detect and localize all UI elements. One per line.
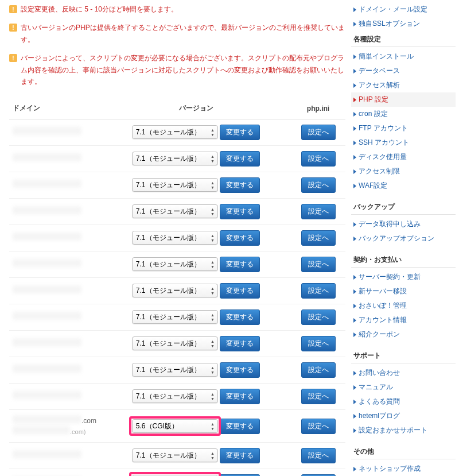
sidebar-item[interactable]: マニュアル [351,380,456,394]
phpini-settings-button[interactable]: 設定へ [301,336,336,351]
phpini-settings-button[interactable]: 設定へ [301,389,336,404]
domain-cell [9,172,101,199]
phpini-settings-button[interactable]: 設定へ [301,309,336,325]
sidebar-item[interactable]: バックアップオプション [351,231,456,246]
sidebar-item[interactable]: 設定おまかせサポート [351,423,456,438]
phpini-settings-button[interactable]: 設定へ [301,362,336,378]
change-version-button[interactable]: 変更する [220,309,260,325]
sidebar-link[interactable]: 設定おまかせサポート [359,425,427,435]
sidebar-link[interactable]: ドメイン・メール設定 [359,5,427,14]
change-version-button[interactable]: 変更する [220,125,260,140]
php-version-select[interactable]: 7.1（モジュール版） [132,257,218,271]
sidebar-link[interactable]: アクセス解析 [359,80,400,90]
phpini-settings-button[interactable]: 設定へ [301,283,336,299]
phpini-settings-button[interactable]: 設定へ [301,177,336,193]
sidebar-item[interactable]: 紹介クーポン [351,327,456,342]
phpini-settings-button[interactable]: 設定へ [301,257,336,272]
php-version-select[interactable]: 7.1（モジュール版） [132,204,218,218]
sidebar-item[interactable]: おさいぽ！管理 [351,299,456,313]
change-version-button[interactable]: 変更する [220,204,260,219]
sidebar-item[interactable]: データベース [351,64,456,78]
version-select-wrap: 7.1（モジュール版）▲▼ [132,125,218,139]
notice-list: !設定変更後、反映に 5 - 10分ほど時間を要します。!古いバージョンのPHP… [9,3,345,87]
php-version-select[interactable]: 7.1（モジュール版） [132,389,218,403]
sidebar-item[interactable]: データ取得申し込み [351,217,456,231]
sidebar-link[interactable]: PHP 設定 [359,95,388,105]
sidebar-link[interactable]: おさいぽ！管理 [359,301,407,311]
sidebar-item[interactable]: 独自SSLオプション [351,17,456,31]
sidebar-item[interactable]: FTP アカウント [351,121,456,136]
sidebar-link[interactable]: よくある質問 [359,397,400,407]
sidebar-item[interactable]: よくある質問 [351,394,456,409]
php-version-select[interactable]: 5.6（CGI版） [132,419,218,433]
change-version-button[interactable]: 変更する [220,177,260,193]
sidebar-link[interactable]: アクセス制限 [359,167,400,176]
sidebar-item[interactable]: PHP 設定 [351,92,456,107]
sidebar-item[interactable]: サーバー契約・更新 [351,270,456,284]
sidebar-item[interactable]: ドメイン・メール設定 [351,2,456,17]
sidebar-item[interactable]: ディスク使用量 [351,150,456,164]
sidebar-item[interactable]: お問い合わせ [351,366,456,380]
phpini-settings-button[interactable]: 設定へ [301,230,336,246]
sidebar-link[interactable]: お問い合わせ [359,368,400,378]
sidebar-link[interactable]: サーバー契約・更新 [359,272,421,282]
sidebar-item[interactable]: hetemlブログ [351,409,456,423]
php-version-select[interactable]: 7.1（モジュール版） [132,152,218,165]
sidebar-item[interactable]: アカウント情報 [351,313,456,327]
sidebar-item[interactable]: cron 設定 [351,107,456,121]
sidebar-link[interactable]: ネットショップ作成 [359,464,421,474]
change-version-button[interactable]: 変更する [220,419,260,434]
phpini-settings-button[interactable]: 設定へ [301,204,336,219]
change-version-button[interactable]: 変更する [220,230,260,246]
sidebar-link[interactable]: SSH アカウント [359,138,409,148]
php-version-select[interactable]: 7.1（モジュール版） [132,336,218,350]
sidebar-link[interactable]: データ取得申し込み [359,219,421,229]
sidebar-link[interactable]: ディスク使用量 [359,152,407,162]
php-version-select[interactable]: 7.1（モジュール版） [132,363,218,377]
redacted-domain [13,127,81,135]
php-version-select[interactable]: 7.1（モジュール版） [132,284,218,297]
phpini-settings-button[interactable]: 設定へ [301,419,336,434]
warning-icon: ! [9,54,17,62]
sidebar-link[interactable]: hetemlブログ [359,411,400,421]
version-select-wrap: 7.1（モジュール版）▲▼ [132,152,218,165]
sidebar-link[interactable]: 紹介クーポン [359,330,400,339]
chevron-right-icon [353,222,356,227]
change-version-button[interactable]: 変更する [220,283,260,299]
sidebar-link[interactable]: データベース [359,66,400,76]
change-version-button[interactable]: 変更する [220,257,260,272]
php-version-select[interactable]: 7.1（モジュール版） [132,178,218,192]
redacted-domain [13,450,81,458]
sidebar-link[interactable]: WAF設定 [359,181,387,191]
phpini-settings-button[interactable]: 設定へ [301,151,336,167]
sidebar-item[interactable]: アクセス制限 [351,164,456,179]
sidebar-link[interactable]: 簡単インストール [359,52,414,61]
sidebar-link[interactable]: cron 設定 [359,109,388,119]
change-version-button[interactable]: 変更する [220,151,260,167]
phpini-settings-button[interactable]: 設定へ [301,125,336,140]
table-row: .com5.6（CGI版）▲▼ 変更する設定へ [9,469,345,476]
php-version-select[interactable]: 7.1（モジュール版） [132,448,218,462]
php-version-select[interactable]: 7.1（モジュール版） [132,125,218,139]
sidebar-link[interactable]: マニュアル [359,382,393,392]
sidebar-heading: 契約・お支払い [351,251,456,268]
sidebar-item[interactable]: 簡単インストール [351,49,456,64]
php-version-select[interactable]: 7.1（モジュール版） [132,231,218,245]
sidebar-link[interactable]: バックアップオプション [359,234,434,243]
sidebar-item[interactable]: ネットショップ作成 [351,462,456,476]
sidebar-link[interactable]: 独自SSLオプション [359,19,420,29]
sidebar-link[interactable]: 新サーバー移設 [359,287,407,296]
sidebar-link[interactable]: FTP アカウント [359,123,408,133]
sidebar-item[interactable]: 新サーバー移設 [351,284,456,299]
sidebar-heading: その他 [351,443,456,459]
php-version-select[interactable]: 7.1（モジュール版） [132,310,218,324]
change-version-button[interactable]: 変更する [220,448,260,463]
sidebar-item[interactable]: アクセス解析 [351,78,456,92]
change-version-button[interactable]: 変更する [220,336,260,351]
sidebar-item[interactable]: SSH アカウント [351,136,456,150]
sidebar-link[interactable]: アカウント情報 [359,315,407,325]
phpini-settings-button[interactable]: 設定へ [301,448,336,463]
sidebar-item[interactable]: WAF設定 [351,179,456,193]
change-version-button[interactable]: 変更する [220,362,260,378]
change-version-button[interactable]: 変更する [220,389,260,404]
